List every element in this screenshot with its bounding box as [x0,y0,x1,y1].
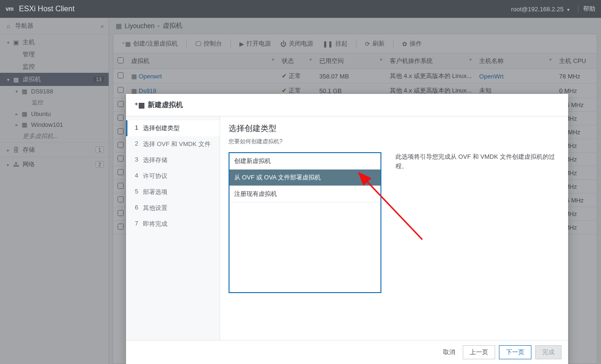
wizard-step-7[interactable]: 7即将完成 [126,216,220,232]
step-label: 选择 OVF 和 VMDK 文件 [143,140,211,148]
wizard-question: 您要如何创建虚拟机? [229,138,560,146]
step-number: 2 [133,140,138,148]
step-label: 选择存储 [143,156,167,164]
back-button[interactable]: 上一页 [463,345,495,359]
wizard-step-3[interactable]: 3选择存储 [126,152,220,168]
wizard-step-4[interactable]: 4许可协议 [126,168,220,184]
step-number: 7 [133,220,138,228]
finish-button[interactable]: 完成 [535,345,561,359]
creation-option[interactable]: 从 OVF 或 OVA 文件部署虚拟机 [229,170,380,186]
modal-title: 新建虚拟机 [148,101,183,109]
next-button[interactable]: 下一页 [499,345,531,359]
step-label: 许可协议 [143,172,167,180]
separator [578,5,578,13]
wizard-step-6[interactable]: 6其他设置 [126,200,220,216]
user-label: root@192.168.2.25 [511,6,564,13]
creation-option[interactable]: 创建新虚拟机 [229,153,380,170]
creation-type-description: 此选项将引导您完成从 OVF 和 VMDK 文件创建虚拟机的过程。 [395,152,560,333]
step-label: 即将完成 [143,220,167,228]
user-menu[interactable]: root@192.168.2.25 ▾ [511,6,569,13]
step-number: 4 [133,172,138,180]
step-number: 3 [133,156,138,164]
step-number: 5 [133,188,138,196]
plus-vm-icon: ⁺▦ [134,101,145,109]
wizard-heading: 选择创建类型 [229,123,560,134]
step-label: 其他设置 [143,204,167,212]
wizard-step-1[interactable]: 1选择创建类型 [126,120,220,136]
step-number: 6 [133,204,138,212]
wizard-step-5[interactable]: 5部署选项 [126,184,220,200]
step-label: 部署选项 [143,188,167,196]
chevron-down-icon: ▾ [567,7,569,12]
modal-footer: 取消 上一页 下一页 完成 [126,340,568,364]
modal-header: ⁺▦ 新建虚拟机 [126,94,568,116]
step-number: 1 [133,124,138,132]
cancel-button[interactable]: 取消 [443,348,455,356]
step-label: 选择创建类型 [143,124,180,132]
wizard-content: 选择创建类型 您要如何创建虚拟机? 创建新虚拟机从 OVF 或 OVA 文件部署… [220,116,568,340]
product-name: ESXi Host Client [19,5,511,13]
vmware-logo: vm [6,6,13,12]
wizard-steps: 1选择创建类型2选择 OVF 和 VMDK 文件3选择存储4许可协议5部署选项6… [126,116,220,340]
new-vm-wizard-modal: ⁺▦ 新建虚拟机 1选择创建类型2选择 OVF 和 VMDK 文件3选择存储4许… [126,94,568,364]
creation-option[interactable]: 注册现有虚拟机 [229,186,380,202]
topbar: vm ESXi Host Client root@192.168.2.25 ▾ … [0,0,601,18]
creation-type-list: 创建新虚拟机从 OVF 或 OVA 文件部署虚拟机注册现有虚拟机 [229,152,381,293]
help-link[interactable]: 帮助 [583,5,595,13]
wizard-step-2[interactable]: 2选择 OVF 和 VMDK 文件 [126,136,220,152]
